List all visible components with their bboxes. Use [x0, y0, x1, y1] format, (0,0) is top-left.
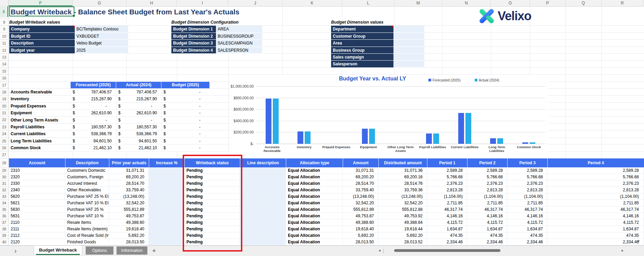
- fill-handle[interactable]: [72, 14, 75, 17]
- cell-p2[interactable]: 2,589.28: [467, 167, 507, 174]
- table-header-p3[interactable]: Period 3: [507, 158, 547, 167]
- balance-cell-actual[interactable]: $787,406.57: [116, 89, 161, 95]
- balance-cell-forecasted[interactable]: $21,462.10: [71, 144, 116, 151]
- table-header-status[interactable]: Writeback status: [184, 158, 240, 167]
- cell-prior[interactable]: 5,692.20: [109, 232, 149, 239]
- cell-amount[interactable]: 49,753.87: [343, 213, 378, 219]
- cell-p4[interactable]: 2,711.85: [547, 200, 644, 206]
- row-header-35[interactable]: 35: [0, 206, 8, 213]
- cell-p2[interactable]: 2,376.23: [467, 180, 507, 187]
- row-header-25[interactable]: 25: [0, 138, 8, 144]
- balance-cell-budget[interactable]: $-: [161, 144, 209, 151]
- cell-status[interactable]: Pending: [184, 200, 240, 206]
- vertical-scroll-down-button[interactable]: ▼: [637, 239, 640, 243]
- cell-p3[interactable]: 4,115.72: [507, 219, 547, 226]
- value-cell-dimension_values[interactable]: [393, 54, 424, 61]
- value-cell-dimension_values[interactable]: [393, 26, 424, 33]
- cell-p3[interactable]: 2,813.28: [507, 187, 547, 193]
- cell-prior[interactable]: 32,542.20: [109, 200, 149, 206]
- cell-amount[interactable]: 69,200.20: [343, 174, 378, 180]
- scrollbar-drag-dots-icon[interactable]: ⋮: [381, 247, 386, 255]
- cell-status[interactable]: Pending: [184, 187, 240, 193]
- row-header-11[interactable]: 11: [0, 40, 8, 47]
- cell-increase[interactable]: [149, 226, 184, 232]
- value-cell-writeback_values[interactable]: 2025: [75, 47, 128, 54]
- cell-prior[interactable]: 555,812.89: [109, 206, 149, 213]
- cell-p1[interactable]: (1,104.00): [427, 193, 467, 200]
- cell-p4[interactable]: 4,115.72: [547, 219, 644, 226]
- bar-chart[interactable]: Budget Year vs. Actual LY Forecasted (20…: [230, 75, 548, 158]
- cell-p2[interactable]: 4,115.72: [467, 219, 507, 226]
- tab-nav-chevron-icon[interactable]: ›: [14, 246, 16, 256]
- value-cell-dimension_config[interactable]: BUSINESSGROUP: [216, 33, 262, 40]
- label-cell-dimension_values[interactable]: Area: [331, 40, 393, 47]
- table-header-account[interactable]: Account: [9, 158, 65, 167]
- cell-prior[interactable]: 31,071.31: [109, 167, 149, 174]
- cell-status[interactable]: Pending: [184, 239, 240, 245]
- row-header-30[interactable]: 30: [0, 174, 8, 180]
- cell-distributed[interactable]: (13,248.00): [378, 193, 427, 200]
- row-header-23[interactable]: 23: [0, 124, 8, 130]
- cell-p1[interactable]: 4,146.16: [427, 213, 467, 219]
- value-cell-writeback_values[interactable]: VXBUDGET: [75, 33, 128, 40]
- balance-cell-forecasted[interactable]: $-: [71, 117, 116, 124]
- row-header-34[interactable]: 34: [0, 200, 8, 206]
- cell-description[interactable]: Resale Items: [65, 219, 109, 226]
- hscroll-left-arrow-icon[interactable]: ◄: [378, 249, 381, 252]
- cell-account[interactable]: 5621: [9, 200, 65, 206]
- cell-distributed[interactable]: 69,200.16: [378, 174, 427, 180]
- tab-budget-writeback[interactable]: Budget Writeback: [34, 246, 82, 255]
- cell-p2[interactable]: 2,813.28: [467, 187, 507, 193]
- cell-amount[interactable]: 32,542.20: [343, 200, 378, 206]
- cell-amount[interactable]: 31,071.31: [343, 167, 378, 174]
- row-header-9[interactable]: 9: [0, 26, 8, 33]
- cell-increase[interactable]: [149, 187, 184, 193]
- cell-p1[interactable]: 4,115.72: [427, 219, 467, 226]
- table-header-increase[interactable]: Increase %: [149, 158, 184, 167]
- balance-cell-forecasted[interactable]: $215,267.90: [71, 95, 116, 102]
- cell-p1[interactable]: 2,376.23: [427, 180, 467, 187]
- cell-p3[interactable]: 5,766.68: [507, 174, 547, 180]
- row-header-20[interactable]: 20: [0, 103, 8, 110]
- column-header-F[interactable]: F: [9, 0, 73, 6]
- balance-cell-forecasted[interactable]: $787,406.57: [71, 89, 116, 95]
- cell-p4[interactable]: 2,334.46: [547, 239, 644, 245]
- cell-increase[interactable]: [149, 200, 184, 206]
- row-header-22[interactable]: 22: [0, 116, 8, 123]
- cell-amount[interactable]: 5,692.20: [343, 232, 378, 239]
- cell-line[interactable]: [240, 226, 286, 232]
- cell-alloc[interactable]: Equal Allocation: [286, 200, 343, 206]
- balance-cell-actual[interactable]: $94,601.50: [116, 138, 161, 144]
- column-header-N[interactable]: N: [442, 0, 491, 6]
- cell-line[interactable]: [240, 232, 286, 239]
- row-header-28[interactable]: 28: [0, 158, 8, 167]
- cell-description[interactable]: Cost of Resale Sold (In: [65, 232, 109, 239]
- balance-cell-budget[interactable]: $-: [161, 95, 209, 102]
- cell-line[interactable]: [240, 193, 286, 200]
- cell-account[interactable]: 5620: [9, 193, 65, 200]
- cell-prior[interactable]: (13,248.00): [109, 193, 149, 200]
- cell-p1[interactable]: 1,634.87: [427, 226, 467, 232]
- cell-p3[interactable]: 4,146.16: [507, 213, 547, 219]
- row-header-12[interactable]: 12: [0, 47, 8, 54]
- cell-account[interactable]: 5631: [9, 213, 65, 219]
- balance-cell-budget[interactable]: $-: [161, 103, 209, 110]
- cell-account[interactable]: 2320: [9, 174, 65, 180]
- column-header-O[interactable]: O: [491, 0, 530, 6]
- select-all-corner[interactable]: [0, 0, 9, 6]
- table-header-p2[interactable]: Period 2: [467, 158, 507, 167]
- cell-increase[interactable]: [149, 193, 184, 200]
- cell-alloc[interactable]: Equal Allocation: [286, 232, 343, 239]
- cell-status[interactable]: Pending: [184, 226, 240, 232]
- cell-p2[interactable]: 5,766.68: [467, 174, 507, 180]
- row-header-17[interactable]: 17: [0, 82, 8, 89]
- cell-p1[interactable]: 2,813.28: [427, 187, 467, 193]
- cell-alloc[interactable]: Equal Allocation: [286, 219, 343, 226]
- cell-alloc[interactable]: Equal Allocation: [286, 226, 343, 232]
- balance-cell-forecasted[interactable]: $180,557.30: [71, 124, 116, 130]
- label-cell-dimension_values[interactable]: Sales campaign: [331, 54, 393, 61]
- cell-distributed[interactable]: 32,542.20: [378, 200, 427, 206]
- cell-account[interactable]: 2120: [9, 239, 65, 245]
- value-cell-dimension_config[interactable]: AREA: [216, 26, 262, 33]
- cell-increase[interactable]: [149, 167, 184, 174]
